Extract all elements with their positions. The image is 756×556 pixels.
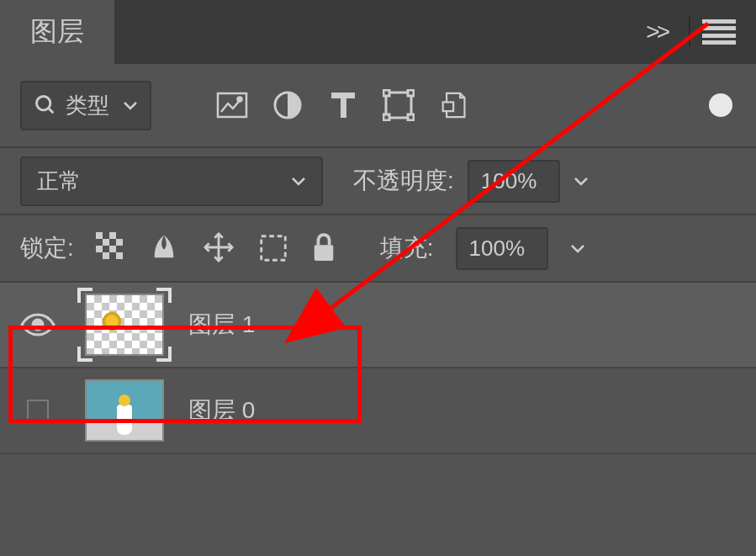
visibility-eye-icon[interactable] [20,313,56,336]
opacity-stepper[interactable] [574,166,592,196]
lock-image-icon[interactable] [150,232,182,264]
opacity-label: 不透明度: [353,165,454,197]
svg-rect-16 [116,239,123,246]
visibility-toggle-off[interactable] [27,400,49,421]
svg-rect-18 [109,246,116,252]
blend-mode-row: 正常 不透明度: 100% [0,148,756,215]
svg-rect-13 [96,232,103,239]
svg-rect-6 [341,93,346,118]
panel-menu-button[interactable] [702,19,736,45]
svg-rect-11 [408,114,414,120]
svg-rect-24 [315,245,334,261]
filter-pixel-icon[interactable] [214,87,251,124]
blend-mode-dropdown[interactable]: 正常 [20,156,323,206]
layer-row[interactable]: 图层 0 [0,368,756,454]
svg-rect-19 [103,252,109,259]
layer-row[interactable]: 图层 1 [0,283,756,368]
collapse-panel-button[interactable]: >> [636,19,677,45]
svg-rect-15 [103,239,109,246]
search-icon [34,93,57,117]
fill-input[interactable]: 100% [456,227,548,270]
layer-name[interactable]: 图层 0 [188,394,255,426]
svg-rect-10 [383,114,389,120]
svg-point-0 [37,97,50,110]
divider [689,17,690,47]
lock-all-icon[interactable] [311,232,343,264]
layers-list: 图层 1 图层 0 [0,283,756,454]
panel-tab-bar: 图层 >> [0,0,756,64]
lock-artboard-icon[interactable] [257,232,289,264]
svg-rect-23 [262,236,286,261]
filter-adjustment-icon[interactable] [269,87,306,124]
svg-point-3 [238,98,242,102]
filter-type-text-icon[interactable] [325,87,362,124]
lock-transparency-icon[interactable] [96,232,128,264]
opacity-input[interactable]: 100% [468,160,560,203]
layer-thumbnail[interactable] [79,289,170,360]
chevron-down-icon [123,100,138,110]
svg-rect-2 [218,93,246,117]
svg-rect-20 [116,252,123,259]
layer-filter-row: 类型 [0,64,756,148]
lock-position-icon[interactable] [204,232,235,264]
chevron-down-icon [291,176,306,186]
filter-type-label: 类型 [66,91,109,120]
svg-rect-8 [383,90,389,96]
lock-label: 锁定: [20,232,74,264]
svg-rect-14 [109,232,116,239]
svg-rect-17 [96,246,103,252]
svg-line-1 [49,109,54,114]
svg-point-25 [33,320,43,330]
svg-rect-12 [443,102,453,111]
filter-toggle[interactable] [709,93,732,117]
lock-row: 锁定: 填充: 100% [0,215,756,283]
fill-stepper[interactable] [570,233,589,263]
filter-smartobject-icon[interactable] [436,87,473,124]
filter-shape-icon[interactable] [380,87,417,124]
svg-rect-9 [408,90,414,96]
filter-type-dropdown[interactable]: 类型 [20,81,151,130]
tab-layers[interactable]: 图层 [0,0,114,64]
blend-mode-value: 正常 [37,167,81,196]
layer-name[interactable]: 图层 1 [188,309,255,341]
tab-label: 图层 [30,13,84,50]
layer-thumbnail[interactable] [79,375,170,446]
fill-label: 填充: [380,232,434,264]
